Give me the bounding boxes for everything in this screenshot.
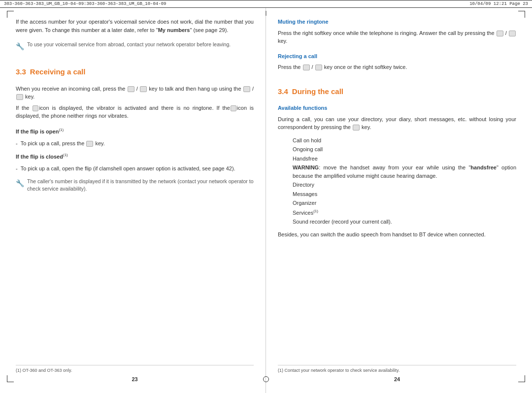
section-3-3-header: 3.3 Receiving a call (16, 61, 254, 82)
right-page: Muting the ringtone Press the right soft… (266, 8, 532, 393)
directory-item: Directory (293, 181, 516, 189)
right-page-num: 24 (278, 375, 516, 384)
key-slash-1 (128, 86, 134, 92)
flip-open-text-end: key. (95, 140, 104, 146)
content-area: If the access number for your operator's… (0, 8, 532, 393)
rejecting-title-text: Rejecting a call (278, 53, 317, 59)
section-3-3-title: Receiving a call (30, 66, 86, 78)
header-bar: 303-360-363-383_UM_GB_10-04-09:303-360-3… (0, 0, 532, 8)
sound-recorder-item: Sound recorder (record your current call… (293, 218, 516, 226)
flip-closed-text: To pick up a call, open the flip (if cla… (21, 164, 235, 173)
key-slash-3 (243, 86, 250, 92)
besides-para: Besides, you can switch the audio speech… (278, 230, 516, 239)
available-para: During a call, you can use your director… (278, 115, 516, 131)
receiving-para1: When you receive an incoming call, press… (16, 85, 254, 101)
muting-title-text: Muting the ringtone (278, 19, 329, 25)
flip-open-text-start: To pick up a call, press the (21, 140, 85, 146)
header-right: 10/04/09 12:21 Page 23 (469, 1, 528, 6)
receiving-para2-if: If the (16, 105, 32, 111)
section-3-4-header: 3.4 During the call (278, 80, 516, 101)
muting-para-end: key. (278, 38, 287, 44)
muting-title: Muting the ringtone (278, 18, 516, 26)
flip-closed-item: - To pick up a call, open the flip (if c… (16, 164, 254, 173)
functions-list: Call on hold Ongoing call Handsfree WARN… (293, 136, 516, 227)
flip-closed-title: If the flip is closed(1) (16, 152, 254, 161)
rejecting-para-end: key once or the right softkey twice. (324, 64, 407, 70)
flip-open-text: To pick up a call, press the key. (21, 139, 105, 148)
left-footnote-1: (1) OT-360 and OT-363 only. (16, 368, 72, 373)
organizer-item: Organizer (293, 199, 516, 207)
header-left: 303-360-363-383_UM_GB_10-04-09:303-360-3… (4, 1, 166, 6)
call-on-hold: Call on hold (293, 136, 516, 145)
left-page: If the access number for your operator's… (0, 8, 266, 393)
corner-bl (7, 375, 14, 382)
available-para-end: key. (362, 124, 371, 130)
section-3-4-title: During the call (292, 86, 343, 98)
key-mute-1 (497, 31, 503, 36)
corner-br (518, 375, 525, 382)
right-footnote-1: (1) Contact your network operator to che… (278, 368, 399, 373)
available-para-text: During a call, you can use your director… (278, 116, 516, 131)
right-footnote-area: (1) Contact your network operator to che… (278, 365, 516, 374)
key-reject-1 (303, 65, 310, 70)
flip-open-title: If the flip is open(1) (16, 127, 254, 135)
icon-vibrator (33, 105, 38, 111)
dash-1: - (16, 139, 18, 148)
tip-icon-2: 🔧 (16, 178, 24, 189)
key-slash-2 (140, 86, 147, 92)
corner-tl (7, 11, 14, 18)
tip-block-1: 🔧 To use your voicemail service from abr… (16, 41, 254, 52)
muting-para: Press the right softkey once while the t… (278, 29, 516, 45)
corner-tr (518, 11, 525, 18)
rejecting-para: Press the / key once or the right softke… (278, 63, 516, 71)
center-circle-bottom (263, 376, 269, 382)
receiving-para1-mid: key to talk and then hang up using the (149, 86, 241, 92)
center-mark-top (266, 11, 266, 16)
services-text: Services (293, 209, 313, 215)
key-available (353, 125, 360, 131)
tip-block-2: 🔧 The caller's number is displayed if it… (16, 178, 254, 192)
handsfree-label: Handsfree (293, 155, 516, 163)
tip-text-2: The caller's number is displayed if it i… (27, 178, 254, 192)
rejecting-para-start: Press the (278, 64, 300, 70)
available-title: Available functions (278, 104, 516, 112)
warning-text-1: : move the handset away from your ear wh… (319, 164, 470, 170)
flip-open-item: - To pick up a call, press the key. (16, 139, 254, 148)
key-mute-2 (509, 31, 516, 36)
flip-closed-bold: If the flip is closed (16, 154, 63, 160)
tip-icon-1: 🔧 (16, 41, 24, 52)
services-item: Services(1) (293, 208, 516, 217)
rejecting-title: Rejecting a call (278, 52, 516, 61)
receiving-para2-mid: icon is displayed, the vibrator is activ… (39, 105, 230, 111)
flip-closed-ref: (1) (63, 153, 68, 157)
available-title-text: Available functions (278, 105, 327, 111)
receiving-para1-end: key. (25, 94, 34, 99)
tip-text-1: To use your voicemail service from abroa… (27, 41, 231, 48)
ongoing-call: Ongoing call (293, 145, 516, 154)
key-reject-2 (315, 65, 322, 70)
page-container: 303-360-363-383_UM_GB_10-04-09:303-360-3… (0, 0, 532, 393)
my-numbers-bold: My numbers (158, 27, 190, 33)
key-slash-4 (16, 94, 23, 100)
receiving-para1-start: When you receive an incoming call, press… (16, 86, 125, 92)
key-pickup (86, 141, 93, 147)
messages-item: Messages (293, 190, 516, 198)
section-3-4-num: 3.4 (278, 86, 288, 98)
flip-open-ref: (1) (59, 128, 64, 132)
services-ref: (1) (313, 209, 318, 213)
left-page-num: 23 (16, 375, 254, 384)
dash-2: - (16, 164, 18, 173)
flip-open-bold: If the flip is open (16, 128, 59, 134)
left-footnote-area: (1) OT-360 and OT-363 only. (16, 365, 254, 374)
warning-label: WARNING (293, 164, 319, 170)
handsfree-bold: handsfree (470, 164, 497, 170)
section-3-3-num: 3.3 (16, 66, 26, 78)
intro-para: If the access number for your operator's… (16, 18, 254, 34)
receiving-para2: If the icon is displayed, the vibrator i… (16, 104, 254, 120)
warning-para: WARNING: move the handset away from your… (293, 164, 516, 180)
icon-silent (231, 105, 236, 111)
muting-para-text: Press the right softkey once while the t… (278, 30, 495, 36)
